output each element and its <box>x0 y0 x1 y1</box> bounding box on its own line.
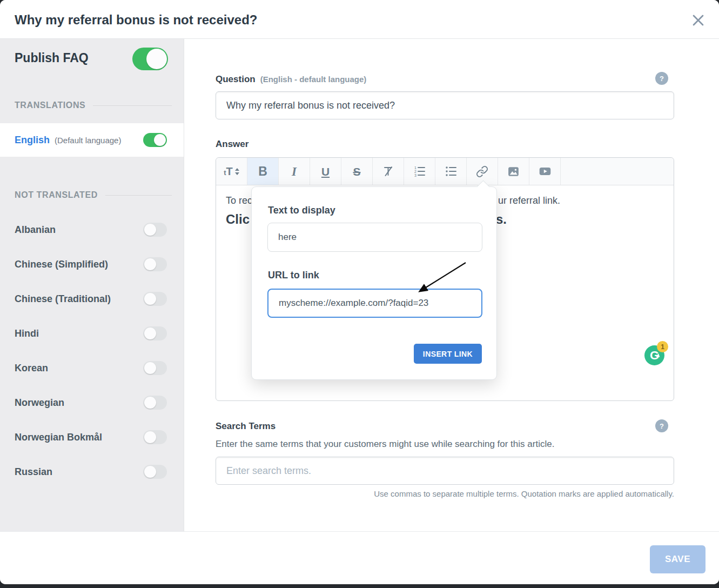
toggle-knob <box>146 49 167 69</box>
language-row[interactable]: Hindi <box>0 316 184 351</box>
url-to-link-input[interactable] <box>267 289 482 318</box>
modal-header: Why my referral bonus is not received? <box>0 0 719 39</box>
language-toggle[interactable] <box>143 430 167 444</box>
image-icon <box>507 165 520 178</box>
translations-section-header: TRANSLATIONS <box>15 101 172 110</box>
search-terms-help-icon[interactable]: ? <box>655 419 668 432</box>
toggle-knob <box>144 224 156 236</box>
svg-text:2: 2 <box>414 170 416 173</box>
bullet-list-icon <box>445 165 458 178</box>
english-language-label: English <box>15 135 50 146</box>
svg-text:3: 3 <box>414 173 416 177</box>
english-toggle[interactable] <box>143 133 167 147</box>
video-icon <box>538 164 552 178</box>
language-row[interactable]: Norwegian Bokmål <box>0 420 184 455</box>
language-row[interactable]: Norwegian <box>0 385 184 420</box>
language-label: Korean <box>15 363 48 374</box>
language-toggle[interactable] <box>143 326 167 340</box>
search-terms-helper-text: Use commas to separate multiple terms. Q… <box>216 489 674 498</box>
page-background: { "window": { "title": "Why my referral … <box>0 0 719 588</box>
strikethrough-icon: S <box>353 166 360 177</box>
question-input[interactable] <box>216 91 674 119</box>
strikethrough-button[interactable]: S <box>341 158 373 185</box>
editor-toolbar: tT B I U S 123 <box>216 158 674 185</box>
language-row[interactable]: Chinese (Simplified) <box>0 247 184 282</box>
default-language-note: (Default language) <box>55 136 143 145</box>
close-button[interactable] <box>689 11 707 29</box>
italic-icon: I <box>292 165 297 178</box>
language-label: Hindi <box>15 328 39 339</box>
insert-video-button[interactable] <box>529 158 561 185</box>
not-translated-section-header: NOT TRANSLATED <box>15 190 172 200</box>
font-size-button[interactable]: tT <box>216 158 247 185</box>
language-row[interactable]: Korean <box>0 351 184 385</box>
language-label: Chinese (Traditional) <box>15 293 111 305</box>
language-toggle[interactable] <box>143 465 167 479</box>
insert-image-button[interactable] <box>498 158 529 185</box>
question-label: Question <box>216 74 256 85</box>
question-label-row: Question (English - default language) <box>216 74 366 85</box>
insert-link-button[interactable]: INSERT LINK <box>414 344 482 364</box>
bold-button[interactable]: B <box>247 158 279 185</box>
toggle-knob <box>144 293 156 305</box>
translations-header-label: TRANSLATIONS <box>15 101 85 110</box>
question-help-icon[interactable]: ? <box>655 72 668 85</box>
sidebar-item-english[interactable]: English (Default language) <box>0 123 184 157</box>
toggle-knob <box>144 362 156 374</box>
language-label: Chinese (Simplified) <box>15 259 108 270</box>
svg-text:1: 1 <box>414 166 416 170</box>
language-toggle[interactable] <box>143 292 167 306</box>
save-button[interactable]: SAVE <box>650 545 705 573</box>
grammarly-button[interactable]: G 1 <box>644 345 664 365</box>
ordered-list-button[interactable]: 123 <box>404 158 435 185</box>
insert-link-popover: Text to display URL to link INSERT LINK <box>251 186 497 380</box>
publish-faq-toggle[interactable] <box>132 48 168 70</box>
text-to-display-label: Text to display <box>268 205 335 216</box>
close-icon <box>690 12 706 28</box>
search-terms-input[interactable] <box>216 457 674 485</box>
toggle-knob <box>144 466 156 478</box>
search-terms-label: Search Terms <box>216 421 275 432</box>
language-label: Norwegian Bokmål <box>15 432 102 443</box>
question-language-hint: (English - default language) <box>260 75 367 84</box>
answer-label: Answer <box>216 139 248 150</box>
italic-button[interactable]: I <box>279 158 310 185</box>
url-to-link-label: URL to link <box>268 270 319 281</box>
toggle-knob <box>144 258 156 270</box>
language-row[interactable]: Chinese (Traditional) <box>0 282 184 316</box>
editor-text-fragment: ur referral link. <box>498 195 560 206</box>
main-content: Question (English - default language) ? … <box>184 39 719 531</box>
language-label: Russian <box>15 466 52 478</box>
translations-sidebar: Publish FAQ TRANSLATIONS English (Defaul… <box>0 39 184 531</box>
language-toggle[interactable] <box>143 396 167 410</box>
bold-icon: B <box>258 165 267 178</box>
language-toggle[interactable] <box>143 361 167 375</box>
modal-title: Why my referral bonus is not received? <box>15 12 257 28</box>
clear-format-icon <box>382 165 395 178</box>
language-row[interactable]: Albanian <box>0 212 184 247</box>
editor-text-fragment: To rec <box>226 195 252 206</box>
editor-text-fragment: Clic <box>226 212 250 227</box>
grammarly-count-badge: 1 <box>657 341 668 352</box>
not-translated-header-label: NOT TRANSLATED <box>15 190 98 200</box>
toggle-knob <box>144 328 156 339</box>
publish-faq-label: Publish FAQ <box>15 51 89 65</box>
language-toggle[interactable] <box>143 257 167 271</box>
underline-button[interactable]: U <box>310 158 341 185</box>
ordered-list-icon: 123 <box>413 165 426 178</box>
language-label: Albanian <box>15 224 56 236</box>
language-row[interactable]: Russian <box>0 455 184 489</box>
link-icon <box>476 165 488 178</box>
font-size-icon: tT <box>224 165 239 178</box>
language-toggle[interactable] <box>143 223 167 237</box>
section-divider <box>93 105 172 106</box>
toggle-knob <box>154 134 166 146</box>
search-terms-label-row: Search Terms <box>216 421 275 432</box>
modal-footer: SAVE <box>0 531 719 584</box>
bullet-list-button[interactable] <box>435 158 467 185</box>
language-label: Norwegian <box>15 397 64 409</box>
text-to-display-input[interactable] <box>267 223 482 252</box>
section-divider <box>105 195 172 196</box>
clear-format-button[interactable] <box>373 158 404 185</box>
toggle-knob <box>144 431 156 443</box>
